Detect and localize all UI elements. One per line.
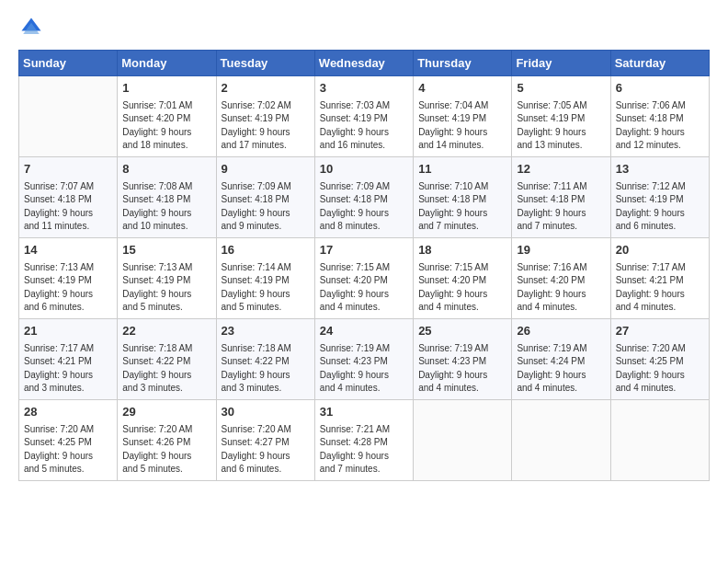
day-info: Sunrise: 7:05 AM Sunset: 4:19 PM Dayligh… [517, 99, 605, 153]
calendar-day-cell: 11Sunrise: 7:10 AM Sunset: 4:18 PM Dayli… [414, 157, 512, 238]
calendar-day-cell: 27Sunrise: 7:20 AM Sunset: 4:25 PM Dayli… [610, 319, 709, 400]
calendar-day-cell: 17Sunrise: 7:15 AM Sunset: 4:20 PM Dayli… [314, 238, 413, 319]
calendar-day-cell: 16Sunrise: 7:14 AM Sunset: 4:19 PM Dayli… [216, 238, 314, 319]
calendar-day-cell: 9Sunrise: 7:09 AM Sunset: 4:18 PM Daylig… [216, 157, 314, 238]
day-info: Sunrise: 7:17 AM Sunset: 4:21 PM Dayligh… [24, 342, 112, 396]
day-number: 5 [517, 80, 605, 98]
day-info: Sunrise: 7:19 AM Sunset: 4:24 PM Dayligh… [517, 342, 605, 396]
calendar-day-cell: 4Sunrise: 7:04 AM Sunset: 4:19 PM Daylig… [414, 76, 512, 157]
day-number: 24 [320, 323, 408, 340]
day-info: Sunrise: 7:01 AM Sunset: 4:20 PM Dayligh… [122, 99, 210, 153]
day-number: 16 [222, 242, 310, 259]
calendar-day-cell: 31Sunrise: 7:21 AM Sunset: 4:28 PM Dayli… [314, 400, 413, 481]
day-info: Sunrise: 7:20 AM Sunset: 4:27 PM Dayligh… [222, 423, 310, 477]
day-info: Sunrise: 7:18 AM Sunset: 4:22 PM Dayligh… [122, 342, 210, 396]
calendar-day-cell: 15Sunrise: 7:13 AM Sunset: 4:19 PM Dayli… [118, 238, 216, 319]
day-info: Sunrise: 7:19 AM Sunset: 4:23 PM Dayligh… [320, 342, 408, 396]
day-info: Sunrise: 7:09 AM Sunset: 4:18 PM Dayligh… [320, 180, 408, 234]
day-info: Sunrise: 7:16 AM Sunset: 4:20 PM Dayligh… [517, 261, 605, 315]
day-info: Sunrise: 7:11 AM Sunset: 4:18 PM Dayligh… [517, 180, 605, 234]
day-number: 17 [320, 242, 408, 259]
day-number: 15 [122, 242, 210, 259]
day-info: Sunrise: 7:03 AM Sunset: 4:19 PM Dayligh… [320, 99, 408, 153]
weekday-header-saturday: Saturday [610, 51, 709, 76]
day-number: 3 [320, 80, 408, 98]
day-info: Sunrise: 7:21 AM Sunset: 4:28 PM Dayligh… [320, 423, 408, 477]
calendar-day-cell: 25Sunrise: 7:19 AM Sunset: 4:23 PM Dayli… [414, 319, 512, 400]
day-number: 11 [418, 161, 506, 178]
day-info: Sunrise: 7:10 AM Sunset: 4:18 PM Dayligh… [418, 180, 506, 234]
calendar-day-cell: 18Sunrise: 7:15 AM Sunset: 4:20 PM Dayli… [414, 238, 512, 319]
day-info: Sunrise: 7:13 AM Sunset: 4:19 PM Dayligh… [122, 261, 210, 315]
calendar-day-cell: 14Sunrise: 7:13 AM Sunset: 4:19 PM Dayli… [19, 238, 118, 319]
day-number: 22 [122, 323, 210, 340]
day-info: Sunrise: 7:13 AM Sunset: 4:19 PM Dayligh… [24, 261, 112, 315]
weekday-header-sunday: Sunday [19, 51, 118, 76]
calendar-day-cell: 23Sunrise: 7:18 AM Sunset: 4:22 PM Dayli… [216, 319, 314, 400]
weekday-header-wednesday: Wednesday [314, 51, 413, 76]
day-info: Sunrise: 7:20 AM Sunset: 4:25 PM Dayligh… [616, 342, 704, 396]
calendar-day-cell [414, 400, 512, 481]
day-number: 14 [24, 242, 112, 259]
calendar-day-cell: 8Sunrise: 7:08 AM Sunset: 4:18 PM Daylig… [118, 157, 216, 238]
weekday-header-thursday: Thursday [414, 51, 512, 76]
page-header [18, 15, 710, 40]
day-info: Sunrise: 7:04 AM Sunset: 4:19 PM Dayligh… [418, 99, 506, 153]
day-number: 2 [222, 80, 310, 98]
day-number: 18 [418, 242, 506, 259]
day-info: Sunrise: 7:08 AM Sunset: 4:18 PM Dayligh… [122, 180, 210, 234]
calendar-week-row: 21Sunrise: 7:17 AM Sunset: 4:21 PM Dayli… [19, 319, 710, 400]
calendar-day-cell: 29Sunrise: 7:20 AM Sunset: 4:26 PM Dayli… [118, 400, 216, 481]
day-number: 9 [222, 161, 310, 178]
calendar-day-cell [512, 400, 610, 481]
day-number: 8 [122, 161, 210, 178]
day-info: Sunrise: 7:02 AM Sunset: 4:19 PM Dayligh… [222, 99, 310, 153]
calendar-day-cell: 2Sunrise: 7:02 AM Sunset: 4:19 PM Daylig… [216, 76, 314, 157]
day-number: 28 [24, 404, 112, 421]
day-info: Sunrise: 7:20 AM Sunset: 4:26 PM Dayligh… [122, 423, 210, 477]
calendar-day-cell: 28Sunrise: 7:20 AM Sunset: 4:25 PM Dayli… [19, 400, 118, 481]
day-number: 31 [320, 404, 408, 421]
calendar-table: SundayMondayTuesdayWednesdayThursdayFrid… [18, 50, 710, 481]
calendar-day-cell [610, 400, 709, 481]
day-number: 23 [222, 323, 310, 340]
calendar-day-cell: 24Sunrise: 7:19 AM Sunset: 4:23 PM Dayli… [314, 319, 413, 400]
calendar-body: 1Sunrise: 7:01 AM Sunset: 4:20 PM Daylig… [19, 76, 710, 481]
calendar-day-cell: 3Sunrise: 7:03 AM Sunset: 4:19 PM Daylig… [314, 76, 413, 157]
calendar-day-cell: 12Sunrise: 7:11 AM Sunset: 4:18 PM Dayli… [512, 157, 610, 238]
day-number: 29 [122, 404, 210, 421]
weekday-header-monday: Monday [118, 51, 216, 76]
day-number: 7 [24, 161, 112, 178]
calendar-week-row: 14Sunrise: 7:13 AM Sunset: 4:19 PM Dayli… [19, 238, 710, 319]
day-info: Sunrise: 7:19 AM Sunset: 4:23 PM Dayligh… [418, 342, 506, 396]
calendar-day-cell: 10Sunrise: 7:09 AM Sunset: 4:18 PM Dayli… [314, 157, 413, 238]
logo [18, 15, 48, 40]
calendar-day-cell: 30Sunrise: 7:20 AM Sunset: 4:27 PM Dayli… [216, 400, 314, 481]
weekday-header-friday: Friday [512, 51, 610, 76]
calendar-day-cell: 5Sunrise: 7:05 AM Sunset: 4:19 PM Daylig… [512, 76, 610, 157]
calendar-week-row: 28Sunrise: 7:20 AM Sunset: 4:25 PM Dayli… [19, 400, 710, 481]
calendar-week-row: 7Sunrise: 7:07 AM Sunset: 4:18 PM Daylig… [19, 157, 710, 238]
calendar-day-cell: 22Sunrise: 7:18 AM Sunset: 4:22 PM Dayli… [118, 319, 216, 400]
day-info: Sunrise: 7:15 AM Sunset: 4:20 PM Dayligh… [320, 261, 408, 315]
calendar-day-cell: 21Sunrise: 7:17 AM Sunset: 4:21 PM Dayli… [19, 319, 118, 400]
weekday-header-tuesday: Tuesday [216, 51, 314, 76]
day-number: 19 [517, 242, 605, 259]
day-info: Sunrise: 7:15 AM Sunset: 4:20 PM Dayligh… [418, 261, 506, 315]
calendar-header: SundayMondayTuesdayWednesdayThursdayFrid… [19, 51, 710, 76]
day-number: 13 [616, 161, 704, 178]
day-info: Sunrise: 7:06 AM Sunset: 4:18 PM Dayligh… [616, 99, 704, 153]
calendar-week-row: 1Sunrise: 7:01 AM Sunset: 4:20 PM Daylig… [19, 76, 710, 157]
day-number: 27 [616, 323, 704, 340]
day-info: Sunrise: 7:12 AM Sunset: 4:19 PM Dayligh… [616, 180, 704, 234]
day-number: 10 [320, 161, 408, 178]
weekday-header-row: SundayMondayTuesdayWednesdayThursdayFrid… [19, 51, 710, 76]
day-number: 6 [616, 80, 704, 98]
day-info: Sunrise: 7:18 AM Sunset: 4:22 PM Dayligh… [222, 342, 310, 396]
day-number: 26 [517, 323, 605, 340]
calendar-day-cell: 1Sunrise: 7:01 AM Sunset: 4:20 PM Daylig… [118, 76, 216, 157]
day-number: 1 [122, 80, 210, 98]
calendar-day-cell: 26Sunrise: 7:19 AM Sunset: 4:24 PM Dayli… [512, 319, 610, 400]
calendar-day-cell [19, 76, 118, 157]
day-number: 21 [24, 323, 112, 340]
